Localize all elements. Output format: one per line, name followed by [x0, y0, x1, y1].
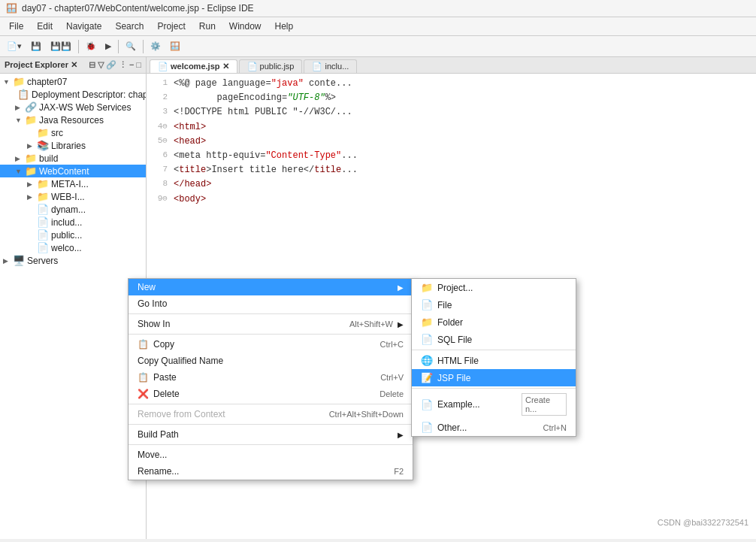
- code-line-4: 4⊖ <html>: [153, 120, 750, 135]
- tree-item-src[interactable]: 📁 src: [0, 126, 146, 139]
- tree-item-java-resources[interactable]: ▼ 📁 Java Resources: [0, 114, 146, 126]
- ctx-item-copyqn[interactable]: Copy Qualified Name: [129, 353, 413, 369]
- sub-icon-folder: 📁: [421, 316, 433, 328]
- ctx-shortcut-showin: Alt+Shift+W: [349, 319, 393, 329]
- link-icon[interactable]: 🔗: [106, 60, 116, 70]
- menu-window[interactable]: Window: [223, 19, 268, 34]
- ctx-shortcut-paste: Ctrl+V: [380, 373, 404, 382]
- tree-item-dynamic[interactable]: 📄 dynam...: [0, 203, 146, 216]
- ctx-item-rename[interactable]: Rename... F2: [129, 463, 413, 480]
- toolbar-debug[interactable]: 🐞: [82, 39, 100, 53]
- sub-item-html[interactable]: 🌐 HTML File: [412, 352, 576, 369]
- tree-item-chapter07[interactable]: ▼ 📁 chapter07: [0, 75, 146, 88]
- ctx-item-delete[interactable]: ❌ Delete Delete: [129, 386, 413, 402]
- ctx-item-buildpath[interactable]: Build Path ▶: [129, 426, 413, 443]
- collapse-icon[interactable]: ⊟: [89, 60, 95, 70]
- sub-icon-example: 📄: [421, 399, 433, 410]
- panel-header-icons: ⊟ ▽ 🔗 ⋮ − □: [89, 60, 141, 70]
- ctx-item-gointo[interactable]: Go Into: [129, 295, 413, 312]
- line-num-8: 8: [153, 177, 168, 192]
- toolbar-perspective[interactable]: ⚙️: [147, 39, 165, 53]
- sub-item-sql[interactable]: 📄 SQL File: [412, 331, 576, 348]
- sub-label-project: Project...: [437, 283, 473, 293]
- tab-public[interactable]: 📄 public.jsp: [239, 59, 303, 73]
- code-text-5: <head>: [174, 135, 206, 149]
- ctx-sep-4: [129, 424, 413, 425]
- sub-label-html: HTML File: [437, 356, 479, 366]
- ctx-text-copy: Copy: [153, 339, 174, 350]
- tree-label-src: src: [51, 128, 63, 138]
- menu-edit[interactable]: Edit: [31, 19, 59, 34]
- tree-item-welcome[interactable]: 📄 welco...: [0, 241, 146, 254]
- tree-item-jax[interactable]: ▶ 🔗 JAX-WS Web Services: [0, 101, 146, 114]
- tree-label-meta: META-I...: [51, 179, 89, 189]
- tree-item-build[interactable]: ▶ 📁 build: [0, 152, 146, 165]
- tree-label-servers: Servers: [27, 256, 58, 266]
- ctx-label-remove-context: Remove from Context: [138, 409, 225, 419]
- sub-item-other[interactable]: 📄 Other... Ctrl+N: [412, 419, 576, 436]
- filter-icon[interactable]: ▽: [98, 60, 104, 70]
- sub-item-file[interactable]: 📄 File: [412, 296, 576, 313]
- editor-tabs: 📄 welcome.jsp ✕ 📄 public.jsp 📄 inclu...: [147, 57, 756, 74]
- tree-item-servers[interactable]: ▶ 🖥️ Servers: [0, 254, 146, 267]
- code-text-6: <meta http-equiv="Content-Type"...: [174, 149, 358, 163]
- toolbar-sep2: [118, 40, 119, 53]
- toolbar-search[interactable]: 🔍: [122, 39, 140, 53]
- menu-file[interactable]: File: [3, 19, 29, 34]
- ctx-shortcut-copy: Ctrl+C: [380, 340, 404, 349]
- sub-icon-jsp: 📝: [421, 372, 433, 383]
- sub-item-jsp[interactable]: 📝 JSP File: [412, 369, 576, 386]
- toolbar-new[interactable]: 📄▾: [3, 39, 26, 53]
- tree-arrow-build: ▶: [15, 155, 23, 162]
- ctx-label-buildpath: Build Path: [138, 429, 179, 440]
- min-icon[interactable]: −: [129, 60, 134, 70]
- ctx-text-buildpath: Build Path: [138, 429, 179, 440]
- tree-arrow-chapter07: ▼: [3, 78, 11, 86]
- menu-run[interactable]: Run: [193, 19, 222, 34]
- sub-label-file: File: [437, 300, 452, 310]
- sub-item-example[interactable]: 📄 Example... Create n...: [412, 390, 576, 419]
- tree-item-deployment[interactable]: 📋 Deployment Descriptor: chapter07: [0, 88, 146, 101]
- ctx-item-showin[interactable]: Show In Alt+Shift+W ▶: [129, 316, 413, 332]
- ctx-item-paste[interactable]: 📋 Paste Ctrl+V: [129, 369, 413, 386]
- tree-item-meta[interactable]: ▶ 📁 META-I...: [0, 177, 146, 190]
- menu-navigate[interactable]: Navigate: [60, 19, 107, 34]
- ctx-text-gointo: Go Into: [138, 298, 167, 309]
- sub-item-project[interactable]: 📁 Project...: [412, 279, 576, 296]
- menu-icon[interactable]: ⋮: [119, 60, 127, 70]
- ctx-label-new: New: [138, 282, 156, 292]
- toolbar-window[interactable]: 🪟: [166, 39, 184, 53]
- title-bar: 🪟 day07 - chapter07/WebContent/welcome.j…: [0, 0, 756, 17]
- ctx-text-paste: Paste: [153, 372, 177, 383]
- sub-example-input[interactable]: Create n...: [522, 393, 567, 416]
- ctx-item-new[interactable]: New ▶: [129, 279, 413, 295]
- sub-item-folder[interactable]: 📁 Folder: [412, 313, 576, 331]
- tree-item-webcontent[interactable]: ▼ 📁 WebContent: [0, 165, 146, 177]
- line-num-2: 2: [153, 91, 168, 105]
- tree-icon-public: 📄: [37, 229, 49, 241]
- max-icon[interactable]: □: [136, 60, 141, 70]
- tree-arrow-webi: ▶: [27, 193, 35, 201]
- tree-item-webi[interactable]: ▶ 📁 WEB-I...: [0, 190, 146, 203]
- tree-item-public[interactable]: 📄 public...: [0, 229, 146, 241]
- ctx-item-copy[interactable]: 📋 Copy Ctrl+C: [129, 336, 413, 353]
- sub-label-example: Example...: [437, 399, 480, 410]
- menu-help[interactable]: Help: [269, 19, 300, 34]
- sub-icon-project: 📁: [421, 282, 433, 293]
- toolbar-save-all[interactable]: 💾💾: [47, 39, 75, 53]
- tab-include[interactable]: 📄 inclu...: [304, 59, 357, 73]
- menu-project[interactable]: Project: [151, 19, 191, 34]
- ctx-item-move[interactable]: Move...: [129, 447, 413, 463]
- toolbar-run[interactable]: ▶: [101, 39, 115, 53]
- sub-shortcut-other: Ctrl+N: [543, 423, 567, 432]
- ctx-label-delete: ❌ Delete: [138, 389, 180, 399]
- tree-item-include[interactable]: 📄 includ...: [0, 216, 146, 229]
- code-text-1: <%@ page language="java" conte...: [174, 77, 352, 91]
- tree-label-java-resources: Java Resources: [39, 115, 104, 126]
- tree-icon-deployment: 📋: [17, 89, 29, 100]
- tab-welcome[interactable]: 📄 welcome.jsp ✕: [150, 59, 237, 73]
- ctx-text-copyqn: Copy Qualified Name: [138, 356, 223, 366]
- menu-search[interactable]: Search: [109, 19, 150, 34]
- tree-item-libraries[interactable]: ▶ 📚 Libraries: [0, 139, 146, 152]
- toolbar-save[interactable]: 💾: [27, 39, 45, 53]
